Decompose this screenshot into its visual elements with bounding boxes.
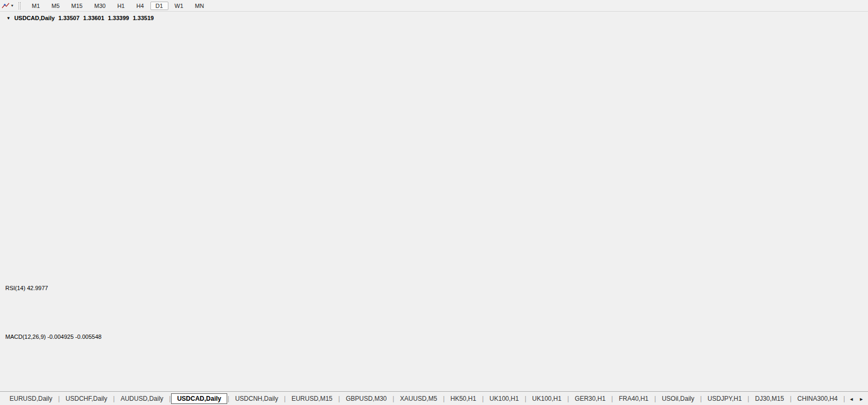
- timeframe-button-m15[interactable]: M15: [66, 2, 88, 10]
- chart-tab-uk100-h1[interactable]: UK100,H1: [484, 394, 524, 403]
- timeframe-button-m1[interactable]: M1: [26, 2, 45, 10]
- line-studies-icon[interactable]: [2, 2, 10, 10]
- ohlc-close: 1.33519: [133, 15, 154, 21]
- chart-tab-usdcad-daily[interactable]: USDCAD,Daily: [171, 393, 227, 404]
- timeframe-buttons: M1M5M15M30H1H4D1W1MN: [26, 2, 210, 10]
- toolbar-grip[interactable]: [19, 2, 21, 10]
- timeframe-button-h1[interactable]: H1: [112, 2, 130, 10]
- collapse-arrow-icon[interactable]: ▼: [6, 16, 11, 21]
- ohlc-open: 1.33507: [58, 15, 79, 21]
- timeframe-button-m5[interactable]: M5: [46, 2, 65, 10]
- chart-tab-usdjpy-h1[interactable]: USDJPY,H1: [702, 394, 747, 403]
- ohlc-high: 1.33601: [83, 15, 104, 21]
- timeframe-button-m30[interactable]: M30: [89, 2, 111, 10]
- symbol-period-label: USDCAD,Daily: [14, 15, 55, 21]
- chart-tab-usdchf-daily[interactable]: USDCHF,Daily: [60, 394, 113, 403]
- timeframe-button-w1[interactable]: W1: [169, 2, 189, 10]
- ohlc-low: 1.33399: [108, 15, 129, 21]
- timeframe-button-h4[interactable]: H4: [131, 2, 149, 10]
- chart-canvas[interactable]: [0, 0, 868, 405]
- chart-tab-dj30-m15[interactable]: DJ30,M15: [750, 394, 790, 403]
- chart-title: ▼ USDCAD,Daily 1.33507 1.33601 1.33399 1…: [6, 15, 154, 21]
- chart-tab-fra40-h1[interactable]: FRA40,H1: [613, 394, 654, 403]
- chart-tab-uk100-h1[interactable]: UK100,H1: [527, 394, 567, 403]
- chart-tab-ger30-h1[interactable]: GER30,H1: [569, 394, 611, 403]
- tabs-scroll-right-icon[interactable]: ►: [859, 397, 864, 402]
- rsi-label: RSI(14) 42.9977: [5, 285, 48, 291]
- chart-tabs: EURUSD,Daily|USDCHF,Daily|AUDUSD,Daily|U…: [4, 393, 845, 404]
- tabs-scroll-left-icon[interactable]: ◄: [849, 397, 854, 402]
- timeframe-button-d1[interactable]: D1: [150, 2, 168, 10]
- chart-tab-usdcnh-daily[interactable]: USDCNH,Daily: [230, 394, 283, 403]
- macd-label: MACD(12,26,9) -0.004925 -0.005548: [5, 334, 102, 340]
- chart-tab-eurusd-daily[interactable]: EURUSD,Daily: [4, 394, 58, 403]
- chart-tab-china300-h4[interactable]: CHINA300,H4: [792, 394, 843, 403]
- timeframe-button-mn[interactable]: MN: [190, 2, 209, 10]
- chart-tab-hk50-h1[interactable]: HK50,H1: [445, 394, 482, 403]
- chart-tab-gbpusd-m30[interactable]: GBPUSD,M30: [341, 394, 392, 403]
- mt4-window: ▾ M1M5M15M30H1H4D1W1MN ▼ USDCAD,Daily 1.…: [0, 0, 868, 405]
- chart-tab-audusd-daily[interactable]: AUDUSD,Daily: [115, 394, 169, 403]
- tabs-scroll: ◄ ►: [845, 392, 868, 405]
- chart-tabs-bar: EURUSD,Daily|USDCHF,Daily|AUDUSD,Daily|U…: [0, 391, 868, 405]
- top-toolbar: ▾ M1M5M15M30H1H4D1W1MN: [0, 0, 868, 12]
- chart-tab-xauusd-m5[interactable]: XAUUSD,M5: [395, 394, 442, 403]
- chart-tab-eurusd-m15[interactable]: EURUSD,M15: [286, 394, 337, 403]
- toolbar-dropdown-icon[interactable]: ▾: [11, 3, 13, 8]
- chart-tab-usoil-daily[interactable]: USOil,Daily: [657, 394, 700, 403]
